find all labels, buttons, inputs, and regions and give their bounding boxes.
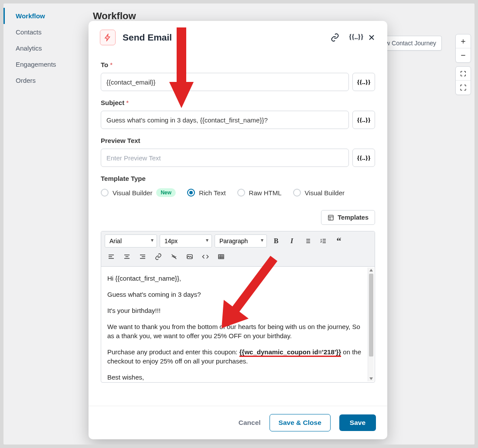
zoom-controls (455, 34, 471, 95)
template-option-visual-builder-new[interactable]: Visual Builder New (101, 188, 176, 197)
save-and-close-button[interactable]: Save & Close (270, 414, 331, 431)
close-icon[interactable] (367, 33, 376, 42)
svg-rect-2 (219, 255, 224, 258)
expand-icon (460, 84, 467, 91)
modal-header: Send Email {{..}} (89, 21, 387, 50)
editor-toolbar: Arial 14px Paragraph B I “ (101, 231, 375, 267)
font-size-select[interactable]: 14px (160, 234, 212, 248)
sidebar-item-workflow[interactable]: Workflow (3, 8, 78, 24)
to-merge-button[interactable]: {{..}} (352, 73, 375, 91)
template-option-rich-text[interactable]: Rich Text (187, 189, 225, 197)
font-family-select[interactable]: Arial (105, 234, 157, 248)
fit-view-button[interactable] (456, 67, 471, 81)
coupon-merge-tag: {{wc_dynamic_coupon id='218'}} (239, 348, 341, 357)
email-line: Best wishes, (107, 373, 369, 382)
align-center-icon (123, 253, 130, 260)
subject-label: Subject* (101, 99, 375, 106)
unlink-icon (171, 253, 178, 260)
list-ol-icon (320, 238, 327, 244)
table-button[interactable] (215, 250, 228, 263)
new-badge: New (156, 188, 176, 197)
radio-label: Raw HTML (249, 189, 282, 197)
code-icon (202, 253, 209, 260)
email-line: It's your birthday!!! (107, 306, 369, 315)
rich-text-editor: Arial 14px Paragraph B I “ (101, 231, 375, 383)
numbered-list-button[interactable] (317, 234, 330, 248)
unlink-button[interactable] (167, 250, 181, 263)
email-line: Purchase any product and enter this coup… (107, 347, 369, 366)
radio-icon (187, 189, 195, 197)
save-button[interactable]: Save (339, 414, 376, 431)
radio-label: Rich Text (199, 189, 225, 197)
link-icon (155, 253, 162, 260)
template-type-label: Template Type (101, 175, 375, 182)
sidebar-item-engagements[interactable]: Engagements (3, 56, 78, 72)
modal-footer: Cancel Save & Close Save (89, 406, 387, 439)
fullscreen-button[interactable] (456, 81, 471, 95)
align-center-button[interactable] (120, 250, 133, 263)
radio-icon (101, 189, 109, 197)
zoom-in-button[interactable] (456, 34, 471, 48)
fit-icon (460, 70, 467, 77)
to-label: To* (101, 61, 375, 68)
send-email-modal: Send Email {{..}} To* {{..}} Subject* {{… (89, 21, 387, 439)
insert-link-button[interactable] (152, 250, 165, 263)
cancel-button[interactable]: Cancel (239, 419, 261, 427)
bold-button[interactable]: B (270, 234, 283, 248)
italic-button[interactable]: I (285, 234, 298, 248)
block-format-select[interactable]: Paragraph (215, 234, 267, 248)
align-left-icon (108, 253, 115, 260)
code-button[interactable] (199, 250, 212, 263)
align-right-icon (139, 253, 146, 260)
email-line: Guess what's coming in 3 days? (107, 290, 369, 299)
insert-image-button[interactable] (183, 250, 196, 263)
bullet-list-button[interactable] (301, 234, 314, 248)
radio-label: Visual Builder (305, 189, 345, 197)
templates-button[interactable]: Templates (321, 210, 375, 225)
preview-merge-button[interactable]: {{..}} (352, 149, 375, 167)
page-title: Workflow (93, 10, 136, 22)
subject-input[interactable] (101, 111, 349, 129)
sidebar-item-contacts[interactable]: Contacts (3, 24, 78, 40)
template-option-visual-builder[interactable]: Visual Builder (293, 189, 345, 197)
modal-title: Send Email (123, 32, 331, 43)
merge-tags-icon[interactable]: {{..}} (349, 33, 358, 42)
lightning-icon (104, 34, 112, 41)
to-input[interactable] (101, 73, 349, 91)
templates-icon (328, 214, 334, 221)
action-icon-badge (100, 30, 116, 45)
radio-icon (293, 189, 301, 197)
table-icon (218, 253, 225, 260)
minus-icon (460, 52, 467, 59)
link-icon[interactable] (331, 33, 339, 42)
sidebar-item-analytics[interactable]: Analytics (3, 40, 78, 56)
plus-icon (460, 38, 467, 45)
align-left-button[interactable] (105, 250, 118, 263)
sidebar: Workflow Contacts Analytics Engagements … (3, 8, 78, 88)
email-line: We want to thank you from the bottom of … (107, 322, 369, 340)
image-icon (186, 253, 193, 260)
template-option-raw-html[interactable]: Raw HTML (237, 189, 282, 197)
subject-merge-button[interactable]: {{..}} (352, 111, 375, 129)
email-line: Hi {{contact_first_name}}, (107, 274, 369, 283)
zoom-out-button[interactable] (456, 48, 471, 62)
editor-scrollbar[interactable] (368, 268, 374, 381)
radio-icon (237, 189, 245, 197)
align-right-button[interactable] (136, 250, 149, 263)
svg-rect-0 (328, 215, 333, 220)
sidebar-item-orders[interactable]: Orders (3, 72, 78, 88)
preview-text-input[interactable] (101, 149, 349, 167)
radio-label: Visual Builder (113, 189, 152, 197)
preview-text-label: Preview Text (101, 137, 375, 144)
list-ul-icon (304, 238, 311, 244)
editor-content[interactable]: Hi {{contact_first_name}}, Guess what's … (101, 267, 375, 382)
blockquote-button[interactable]: “ (332, 234, 345, 248)
